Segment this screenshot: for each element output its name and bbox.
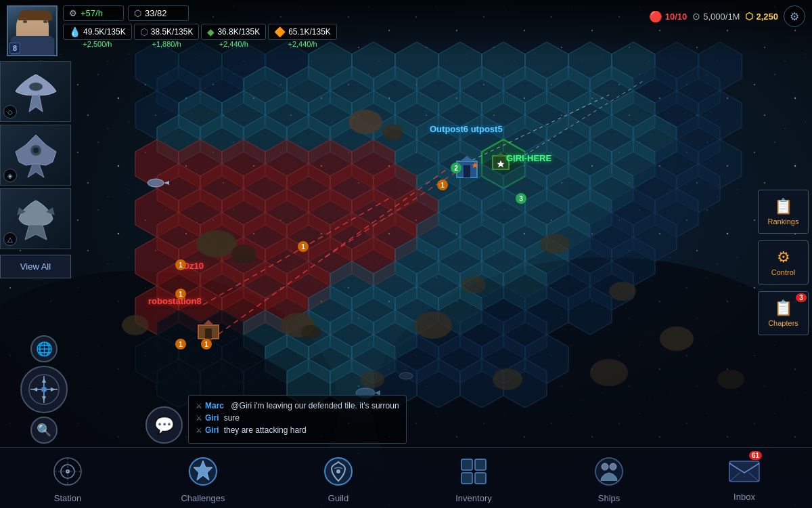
station-label: Station (54, 493, 81, 503)
nav-ships[interactable]: Ships (541, 448, 677, 508)
water-rate: +2,500/h (83, 40, 112, 48)
resource-ore: ⬡ 38.5K/135K +1,880/h (134, 24, 200, 48)
special-resource: 🔴 10/10 (649, 10, 687, 23)
capacity-stat: ⬡ 33/82 (128, 5, 189, 21)
ore-value: 38.5K/135K (151, 27, 194, 37)
chat-area: 💬 ⚔ Marc @Giri i'm leaving our defended … (145, 395, 407, 444)
chat-message-1: ⚔ Marc @Giri i'm leaving our defended ti… (196, 401, 399, 410)
svg-rect-234 (461, 473, 472, 484)
svg-point-192 (717, 370, 744, 389)
badge-1-c: 1 (175, 289, 186, 299)
top-bar: 8 ⚙ +57/h ⬡ 33/82 💧 49.5K/135K +2,500/h (0, 0, 812, 58)
control-label: Control (771, 268, 795, 276)
nav-station[interactable]: Station (0, 448, 135, 508)
chat-sender-2: Giri (205, 413, 219, 423)
nav-inventory[interactable]: Inventory (406, 448, 541, 508)
crystal-rate: +2,440/h (219, 40, 248, 48)
svg-marker-223 (51, 387, 55, 391)
ships-panel: ◇ ◈ △ View All (0, 61, 74, 278)
production-stat: ⚙ +57/h (63, 5, 124, 21)
crystal-value: 36.8K/135K (217, 27, 260, 37)
svg-point-188 (414, 312, 452, 339)
svg-rect-233 (475, 459, 486, 470)
svg-rect-232 (461, 459, 472, 470)
nav-challenges[interactable]: Challenges (135, 448, 271, 508)
production-icon: ⚙ (69, 8, 77, 18)
chat-text-2: sure (224, 413, 240, 423)
chat-text-1: @Giri i'm leaving our defended tile. it'… (229, 401, 399, 410)
svg-rect-200 (205, 329, 212, 339)
capacity-value: 33/82 (145, 8, 167, 18)
chapters-badge: 3 (796, 293, 807, 302)
nav-guild[interactable]: Guild (271, 448, 406, 508)
chat-button[interactable]: 💬 (145, 406, 183, 444)
svg-point-231 (336, 469, 340, 473)
svg-point-238 (610, 463, 616, 470)
svg-point-195 (590, 359, 628, 386)
badge-1-blue: 1 (437, 179, 448, 190)
chat-sender-1: Marc (205, 401, 224, 410)
chat-messages: ⚔ Marc @Giri i'm leaving our defended ti… (188, 395, 407, 444)
chat-icon-2: ⚔ (196, 414, 202, 423)
view-all-button[interactable]: View All (0, 255, 71, 278)
svg-rect-239 (729, 461, 759, 482)
chat-icon-3: ⚔ (196, 426, 202, 435)
badge-3: 3 (516, 193, 526, 204)
challenges-label: Challenges (181, 493, 225, 503)
chat-icon-1: ⚔ (196, 402, 202, 410)
svg-marker-221 (42, 396, 46, 401)
settings-button[interactable]: ⚙ (784, 5, 805, 27)
minimap-controls: 🌐 🔍 (20, 335, 68, 444)
chat-message-2: ⚔ Giri sure (196, 413, 399, 423)
ship-slot-3[interactable]: △ (0, 188, 71, 249)
inventory-label: Inventory (455, 493, 491, 503)
control-button[interactable]: ⚙ Control (758, 240, 809, 284)
capacity-icon: ⬡ (134, 8, 141, 18)
svg-point-182 (348, 110, 382, 134)
water-value: 49.5K/135K (83, 27, 126, 37)
svg-point-197 (461, 276, 486, 293)
svg-point-184 (196, 230, 237, 257)
svg-marker-220 (42, 378, 46, 383)
ship-slot-2[interactable]: ◈ (0, 125, 71, 186)
ship-type-icon-2: ◈ (3, 169, 17, 182)
badge-1-e: 1 (175, 339, 186, 350)
nav-inbox[interactable]: 61 Inbox (677, 448, 812, 508)
ship-slot-1[interactable]: ◇ (0, 61, 71, 122)
svg-point-237 (602, 463, 608, 470)
rankings-label: Rankings (768, 217, 799, 226)
chapters-button[interactable]: 3 📋 Chapters (758, 291, 809, 335)
ship-type-icon-1: ◇ (3, 105, 17, 119)
avatar[interactable]: 8 (7, 5, 58, 56)
badge-1-d: 1 (201, 339, 212, 350)
svg-point-193 (493, 368, 522, 390)
ore-rate: +1,880/h (152, 40, 181, 48)
svg-point-219 (41, 387, 47, 392)
chapters-icon: 📋 (774, 299, 792, 317)
globe-button[interactable]: 🌐 (30, 335, 58, 362)
svg-point-212 (399, 373, 413, 379)
top-right-stats: 🔴 10/10 ⊙ 5,000/1M ⬡ 2,250 ⚙ (649, 5, 805, 27)
rankings-button[interactable]: 📋 Rankings (758, 190, 809, 234)
svg-point-190 (609, 282, 636, 301)
inbox-badge: 61 (749, 451, 762, 460)
chapters-label: Chapters (768, 319, 798, 327)
ship-type-icon-3: △ (3, 232, 17, 246)
svg-point-213 (29, 83, 43, 91)
gold-value: 2,250 (756, 12, 778, 22)
nav-compass[interactable] (20, 366, 68, 413)
svg-point-194 (360, 371, 384, 388)
bottom-bar: Station Challenges Guild (0, 447, 812, 508)
svg-point-187 (301, 325, 321, 339)
badge-1-b: 1 (298, 241, 309, 252)
resource-gas: 🔶 65.1K/135K +2,440/h (268, 24, 337, 48)
gas-value: 65.1K/135K (288, 27, 331, 37)
badge-1-a: 1 (175, 259, 186, 270)
chat-text-3: they are attacking hard (224, 425, 307, 435)
svg-point-183 (382, 124, 403, 140)
chat-sender-3: Giri (205, 425, 219, 435)
svg-rect-203 (464, 165, 470, 177)
search-button[interactable]: 🔍 (30, 417, 58, 444)
ships-label: Ships (598, 493, 621, 503)
level-badge: 8 (9, 43, 20, 54)
